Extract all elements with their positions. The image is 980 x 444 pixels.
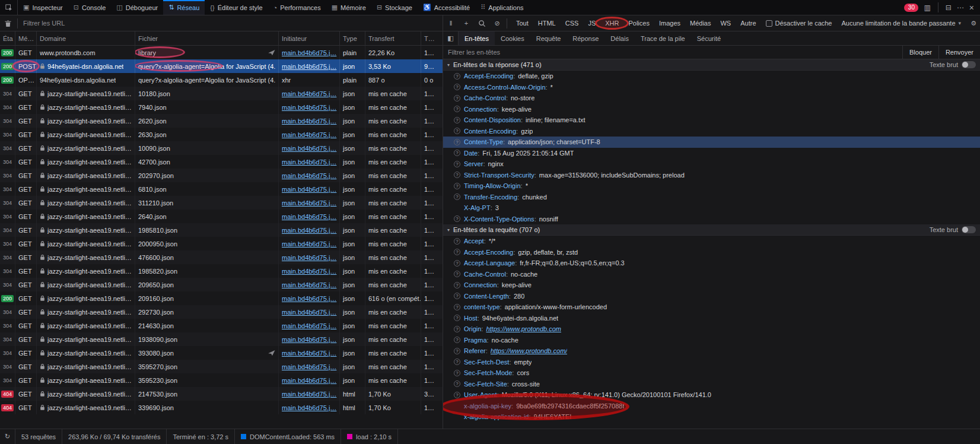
header-row-accept-encoding[interactable]: ?Accept-Encoding:gzip, deflate, br, zstd: [443, 247, 980, 258]
header-row-connection[interactable]: ?Connection:keep-alive: [443, 104, 980, 115]
header-row-accept[interactable]: ?Accept:*/*: [443, 236, 980, 247]
request-row[interactable]: 200OP…94he6yatei-dsn.algolia.netquery?x-…: [0, 73, 443, 87]
header-row-user-agent[interactable]: ?User-Agent:Mozilla/5.0 (X11; Linux x86_…: [443, 389, 980, 401]
network-settings-gear-icon[interactable]: ⚙: [966, 15, 980, 31]
column-header-eta[interactable]: Éta: [0, 31, 15, 45]
disable-cache[interactable]: Désactiver le cache: [761, 20, 837, 27]
request-row[interactable]: 304GETjazzy-starlight-aeea19.netli…2620.…: [0, 114, 443, 128]
request-row[interactable]: 200GETjazzy-starlight-aeea19.netli…20916…: [0, 291, 443, 305]
filter-js[interactable]: JS: [583, 18, 600, 28]
header-row-sec-fetch-site[interactable]: ?Sec-Fetch-Site:cross-site: [443, 379, 980, 390]
initiator[interactable]: main.bd4b6d75.j…: [282, 254, 336, 261]
header-row-transfer-encoding[interactable]: ?Transfer-Encoding:chunked: [443, 192, 980, 203]
collapse-triangle-icon[interactable]: ▾: [447, 62, 450, 68]
header-row-server[interactable]: ?Server:nginx: [443, 158, 980, 170]
responsive-design-icon[interactable]: ▥: [924, 4, 930, 12]
tool-tab-console[interactable]: ⊡Console: [68, 0, 112, 15]
help-icon[interactable]: ?: [454, 194, 460, 200]
block-button[interactable]: Bloquer: [902, 46, 938, 59]
help-icon[interactable]: ?: [454, 337, 460, 343]
header-row-x-content-type-options[interactable]: ?X-Content-Type-Options:nosniff: [443, 214, 980, 225]
help-icon[interactable]: ?: [454, 271, 460, 277]
column-header-type[interactable]: Type: [340, 31, 365, 45]
request-row[interactable]: 304GETjazzy-starlight-aeea19.netli…42700…: [0, 155, 443, 169]
help-icon[interactable]: ?: [454, 150, 460, 156]
request-row[interactable]: 304GETjazzy-starlight-aeea19.netli…35952…: [0, 360, 443, 373]
initiator[interactable]: main.bd4b6d75.j…: [282, 131, 336, 138]
column-header-initiateur[interactable]: Initiateur: [279, 31, 340, 45]
disable-cache-checkbox[interactable]: [766, 20, 772, 27]
request-row[interactable]: 304GETjazzy-starlight-aeea19.netli…31121…: [0, 196, 443, 210]
help-icon[interactable]: ?: [454, 380, 460, 387]
detail-tab-trace-de-la-pile[interactable]: Trace de la pile: [635, 31, 691, 45]
request-row[interactable]: 304GETjazzy-starlight-aeea19.netli…29273…: [0, 305, 443, 319]
help-icon[interactable]: ?: [454, 161, 460, 167]
help-icon[interactable]: ?: [454, 293, 460, 299]
request-row[interactable]: 304GETjazzy-starlight-aeea19.netli…10090…: [0, 141, 443, 155]
header-row-content-encoding[interactable]: ?Content-Encoding:gzip: [443, 126, 980, 137]
header-row-x-algolia-application-id[interactable]: ?x-algolia-application-id:94HE6YATEI: [443, 411, 980, 423]
header-row-content-type[interactable]: ?Content-Type:application/json; charset=…: [443, 137, 980, 148]
header-row-content-disposition[interactable]: ?Content-Disposition:inline; filename=a.…: [443, 115, 980, 126]
detail-tab-requete[interactable]: Requête: [530, 31, 567, 45]
help-icon[interactable]: ?: [454, 95, 460, 102]
initiator[interactable]: main.bd4b6d75.j…: [282, 377, 336, 384]
search-icon[interactable]: [474, 15, 489, 31]
header-row-date[interactable]: ?Date:Fri, 15 Aug 2025 21:05:14 GMT: [443, 148, 980, 159]
help-icon[interactable]: ?: [454, 84, 460, 90]
column-header-domaine[interactable]: Domaine: [37, 31, 135, 45]
error-count-badge[interactable]: 30: [904, 4, 918, 12]
tool-tab-stockage[interactable]: ⊟Stockage: [371, 0, 418, 15]
help-icon[interactable]: ?: [454, 392, 460, 398]
request-row[interactable]: 304GETjazzy-starlight-aeea19.netli…19858…: [0, 223, 443, 237]
request-row[interactable]: 404GETjazzy-starlight-aeea19.netli…33969…: [0, 401, 443, 414]
url-filter-input[interactable]: [23, 20, 443, 27]
help-icon[interactable]: ?: [454, 238, 460, 245]
header-row-content-length[interactable]: ?Content-Length:280: [443, 291, 980, 302]
header-row-referer[interactable]: ?Referer:https://www.protondb.com/: [443, 345, 980, 357]
header-row-host[interactable]: ?Host:94he6yatei-dsn.algolia.net: [443, 313, 980, 324]
initiator[interactable]: main.bd4b6d75.j…: [282, 49, 336, 56]
initiator[interactable]: main.bd4b6d75.j…: [282, 104, 336, 111]
help-icon[interactable]: ?: [454, 249, 460, 255]
help-icon[interactable]: ?: [454, 326, 460, 332]
panel-toggle-icon[interactable]: ◧: [443, 31, 459, 45]
help-icon[interactable]: ?: [454, 304, 460, 310]
initiator[interactable]: main.bd4b6d75.j…: [282, 309, 336, 316]
column-header-t[interactable]: T…: [421, 31, 443, 45]
help-icon[interactable]: ?: [454, 215, 460, 222]
request-row[interactable]: 304GETjazzy-starlight-aeea19.netli…47660…: [0, 250, 443, 264]
tool-tab-memoire[interactable]: ▦Mémoire: [326, 0, 371, 15]
header-row-cache-control[interactable]: ?Cache-Control:no-store: [443, 93, 980, 104]
request-row[interactable]: 304GETjazzy-starlight-aeea19.netli…6810.…: [0, 182, 443, 196]
header-row-sec-fetch-dest[interactable]: ?Sec-Fetch-Dest:empty: [443, 357, 980, 368]
header-row-strict-transport-security[interactable]: ?Strict-Transport-Security:max-age=31536…: [443, 170, 980, 181]
initiator[interactable]: main.bd4b6d75.j…: [282, 186, 336, 193]
header-row-accept-language[interactable]: ?Accept-Language:fr,fr-FR;q=0.8,en-US;q=…: [443, 258, 980, 269]
initiator[interactable]: main.bd4b6d75.j…: [282, 118, 336, 125]
tool-tab-applications[interactable]: ⠿Applications: [475, 0, 529, 15]
tool-tab-performances[interactable]: ◔Performances: [268, 0, 326, 15]
initiator[interactable]: main.bd4b6d75.j…: [282, 145, 336, 152]
help-icon[interactable]: ?: [454, 106, 460, 112]
initiator[interactable]: main.bd4b6d75.j…: [282, 363, 336, 370]
initiator[interactable]: main.bd4b6d75.j…: [282, 404, 336, 411]
detail-tab-cookies[interactable]: Cookies: [495, 31, 530, 45]
request-row[interactable]: 304GETjazzy-starlight-aeea19.netli…20965…: [0, 278, 443, 291]
meatball-menu-icon[interactable]: ⋯: [957, 4, 964, 12]
request-row[interactable]: 304GETjazzy-starlight-aeea19.netli…10180…: [0, 87, 443, 100]
request-row[interactable]: 304GETjazzy-starlight-aeea19.netli…2640.…: [0, 210, 443, 223]
column-header-transfert[interactable]: Transfert: [365, 31, 421, 45]
filter-ws[interactable]: WS: [715, 18, 736, 28]
request-row[interactable]: 304GETjazzy-starlight-aeea19.netli…19380…: [0, 332, 443, 346]
filter-tout[interactable]: Tout: [511, 18, 533, 28]
request-row[interactable]: 304GETjazzy-starlight-aeea19.netli…20297…: [0, 169, 443, 182]
initiator[interactable]: main.bd4b6d75.j…: [282, 172, 336, 179]
help-icon[interactable]: ?: [454, 348, 460, 354]
header-row-sec-fetch-mode[interactable]: ?Sec-Fetch-Mode:cors: [443, 367, 980, 379]
header-row-origin[interactable]: ?Origin:https://www.protondb.com: [443, 324, 980, 335]
request-row[interactable]: 200GETwww.protondb.comlibrarymain.bd4b6d…: [0, 46, 443, 59]
header-row-x-alg-pt[interactable]: ?X-Alg-PT:3: [443, 202, 980, 214]
detail-tab-securite[interactable]: Sécurité: [691, 31, 727, 45]
initiator[interactable]: main.bd4b6d75.j…: [282, 227, 336, 234]
